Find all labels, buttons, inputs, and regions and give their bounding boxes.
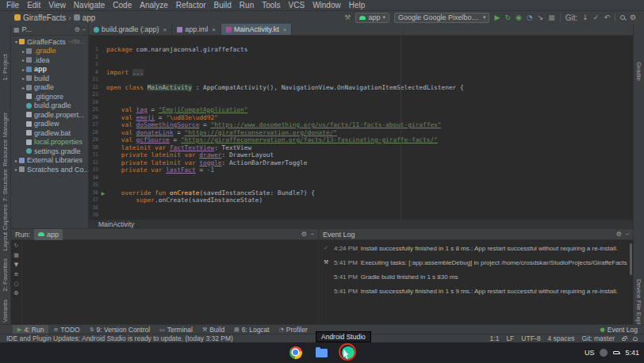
line-number[interactable]: 24 <box>89 99 100 107</box>
breadcrumb-class[interactable]: MainActivity <box>98 220 134 228</box>
menu-file[interactable]: File <box>2 1 23 10</box>
hide-panel-icon[interactable]: – <box>311 231 314 238</box>
code-line[interactable]: 39 <box>89 212 633 220</box>
lock-icon[interactable] <box>622 338 626 341</box>
status-lf[interactable]: LF <box>506 334 514 342</box>
line-number[interactable]: 32 <box>89 159 100 167</box>
line-number[interactable]: 31 <box>89 151 100 159</box>
git-update-button[interactable]: ↓ <box>582 14 588 21</box>
notification-badge[interactable] <box>600 349 608 357</box>
expand-arrow-icon[interactable]: ▾ <box>13 39 19 44</box>
scroll-to-end-icon[interactable]: ▼ <box>14 262 18 268</box>
expand-arrow-icon[interactable]: ▸ <box>13 166 19 172</box>
rerun-icon[interactable]: ↻ <box>14 243 19 249</box>
line-number[interactable]: 27 <box>89 121 100 129</box>
menu-refactor[interactable]: Refactor <box>172 1 210 10</box>
tool-window-tab-profiler[interactable]: ◔Profiler <box>274 325 312 334</box>
tool-window-tab-6-logcat[interactable]: ▤6: Logcat <box>229 325 274 334</box>
tree-item-idea[interactable]: ▸.idea <box>11 55 88 65</box>
settings-small-icon[interactable]: ⚙ <box>13 291 18 296</box>
gear-icon[interactable]: ⚙ <box>301 231 307 238</box>
code-line[interactable]: 22open class MainActivity : AppCompatAct… <box>89 84 633 92</box>
taskbar-app-files[interactable] <box>316 346 329 360</box>
line-number[interactable]: 28 <box>89 129 100 137</box>
taskbar-app-chrome[interactable] <box>289 346 303 360</box>
tool-window-tab-todo[interactable]: ≡TODO <box>48 325 84 334</box>
tool-button-layout-captures[interactable]: Layout Captures <box>2 204 9 251</box>
tree-item-build-gradle[interactable]: build.gradle <box>11 101 88 111</box>
line-number[interactable]: 35 <box>89 182 100 189</box>
device-dropdown[interactable]: Google Google Pixelbook Go ▾ <box>394 13 490 23</box>
status-1-1[interactable]: 1:1 <box>490 334 500 342</box>
line-number[interactable]: 23 <box>89 91 100 99</box>
menu-tools[interactable]: Tools <box>258 1 284 10</box>
expand-arrow-icon[interactable]: ▸ <box>21 57 26 63</box>
code-line[interactable]: 24 <box>89 99 633 107</box>
tool-button-gradle[interactable]: Gradle <box>635 62 642 81</box>
code-line[interactable]: 2 <box>89 54 633 62</box>
gear-icon[interactable]: ⚙ <box>616 231 622 238</box>
line-number[interactable]: 29 <box>89 136 100 144</box>
tool-button-1-project[interactable]: 1: Project <box>2 54 9 81</box>
search-everywhere-button[interactable] <box>620 15 625 20</box>
tree-item-app[interactable]: ▸app <box>11 65 88 75</box>
tree-item-settings-gradle[interactable]: settings.gradle <box>11 147 88 156</box>
profiler-button[interactable]: ◔ <box>527 14 533 21</box>
menu-view[interactable]: View <box>44 1 70 10</box>
expand-arrow-icon[interactable]: ▸ <box>13 158 19 163</box>
line-number[interactable]: 2 <box>89 54 100 62</box>
editor-tab-app-iml[interactable]: app.iml× <box>172 24 221 35</box>
settings-icon[interactable]: ⚙ <box>630 14 636 21</box>
build-hammer-icon[interactable]: ⚒ <box>344 14 351 21</box>
status-message[interactable]: IDE and Plugin Updates: Android Studio i… <box>6 334 233 342</box>
code-line[interactable]: 4import ... <box>89 69 633 77</box>
line-number[interactable]: 37 <box>89 197 100 204</box>
tree-item-gradlew[interactable]: gradlew <box>11 120 88 129</box>
line-number[interactable]: 3 <box>89 61 100 69</box>
tree-item-gitignore[interactable]: .gitignore <box>11 92 88 101</box>
notifications-icon[interactable] <box>633 337 638 341</box>
tool-window-tab-build[interactable]: ⚒Build <box>197 325 229 334</box>
code-line[interactable]: 35 <box>89 182 633 189</box>
event-log-button[interactable]: ● Event Log <box>600 326 644 334</box>
code-line[interactable]: 37 super.onCreate(savedInstanceState) <box>89 197 633 204</box>
code-line[interactable]: 38 <box>89 204 633 212</box>
menu-run[interactable]: Run <box>236 1 258 10</box>
code-line[interactable]: 3 <box>89 61 633 69</box>
menu-edit[interactable]: Edit <box>23 1 44 10</box>
git-rollback-button[interactable]: ↶ <box>604 14 610 21</box>
code-line[interactable]: 27 val doSomethingSource = "https://www.… <box>89 121 633 129</box>
code-line[interactable]: 21 <box>89 76 633 84</box>
code-line[interactable]: 33 private var lastFact = -1 <box>89 166 633 174</box>
run-tab-app[interactable]: app <box>34 229 63 240</box>
tree-item-build[interactable]: ▸build <box>11 74 88 83</box>
hide-panel-icon[interactable]: – <box>626 231 629 238</box>
tool-button-7-structure[interactable]: 7: Structure <box>2 169 9 201</box>
editor-tab-build-gradle-app[interactable]: build.gradle (:app)× <box>89 24 172 35</box>
tool-button-2-favorites[interactable]: 2: Favorites <box>2 258 9 292</box>
code-line[interactable]: 29 val gcfSource = "https://giraffeconse… <box>89 136 633 144</box>
breadcrumb-project[interactable]: GiraffeFacts <box>23 13 66 22</box>
code-line[interactable]: 32 private lateinit var toggle: ActionBa… <box>89 159 633 167</box>
line-number[interactable]: 21 <box>89 76 100 84</box>
close-tab-icon[interactable]: × <box>212 26 216 33</box>
menu-vcs[interactable]: VCS <box>285 1 309 10</box>
editor-tab-mainactivity-kt[interactable]: MainActivity.kt× <box>221 24 293 35</box>
menu-build[interactable]: Build <box>210 1 236 10</box>
tree-item-gradle[interactable]: ▸.gradle <box>11 47 88 56</box>
run-config-dropdown[interactable]: app ▾ <box>355 13 389 23</box>
run-gutter-icon[interactable]: ▶ <box>100 189 106 197</box>
debug-button[interactable]: ◉ <box>516 14 522 21</box>
git-commit-button[interactable]: ✓ <box>593 14 600 21</box>
tree-item-scratches-and-co[interactable]: ▸Scratches and Co... <box>11 165 88 174</box>
line-number[interactable]: 33 <box>89 166 100 174</box>
menu-navigate[interactable]: Navigate <box>70 1 109 10</box>
code-line[interactable]: 25 val tag = "EmojiCompatApplication" <box>89 106 633 114</box>
expand-arrow-icon[interactable]: ▸ <box>21 75 26 81</box>
close-tab-icon[interactable]: × <box>283 26 287 33</box>
event-log-scrollbar[interactable] <box>630 243 632 275</box>
soft-wrap-icon[interactable]: ≡ <box>14 272 19 277</box>
clock[interactable]: 5:41 <box>625 349 639 357</box>
line-number[interactable]: 1 <box>89 46 100 54</box>
tree-item-giraffefacts[interactable]: ▾GiraffeFacts~/St... <box>11 37 88 47</box>
